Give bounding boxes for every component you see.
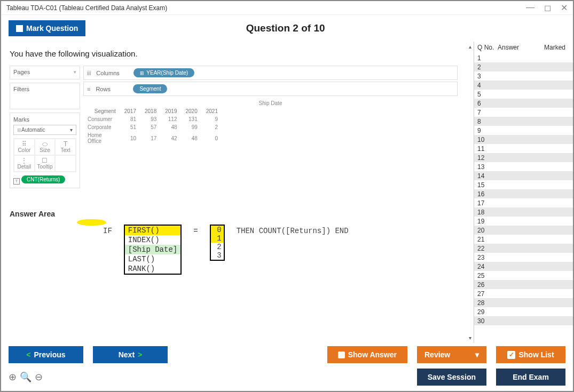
list-item[interactable]: 0: [211, 226, 224, 234]
qlist-row[interactable]: 2: [474, 62, 573, 71]
list-item[interactable]: 1: [211, 234, 224, 243]
rows-pill[interactable]: Segment: [133, 84, 167, 93]
if-keyword: IF: [103, 225, 112, 235]
minimize-icon[interactable]: —: [526, 3, 534, 13]
list-item[interactable]: [Ship Date]: [125, 245, 180, 254]
maximize-icon[interactable]: ◻: [544, 3, 551, 13]
qlist-header-answer: Answer: [498, 44, 535, 51]
qlist-row[interactable]: 12: [474, 153, 573, 162]
formula-tail: THEN COUNT([Returns]) END: [237, 225, 349, 235]
qlist-row[interactable]: 8: [474, 117, 573, 126]
qlist-row[interactable]: 18: [474, 207, 573, 217]
qlist-row[interactable]: 27: [474, 289, 573, 298]
qlist-header-marked: Marked: [535, 44, 570, 51]
scroll-up-icon[interactable]: ▴: [466, 44, 474, 50]
qlist-row[interactable]: 28: [474, 298, 573, 307]
pages-shelf: Pages ▾: [10, 66, 80, 79]
show-answer-button[interactable]: Show Answer: [327, 346, 407, 363]
save-session-button[interactable]: Save Session: [417, 369, 486, 386]
end-exam-button[interactable]: End Exam: [496, 369, 565, 386]
function-dropdown[interactable]: FIRST()INDEX()[Ship Date]LAST()RANK(): [124, 225, 182, 275]
previous-button[interactable]: < Previous: [9, 346, 83, 363]
qlist-row[interactable]: 25: [474, 271, 573, 280]
zoom-out-icon[interactable]: ⊖: [35, 371, 43, 383]
qlist-row[interactable]: 23: [474, 253, 573, 262]
qlist-row[interactable]: 17: [474, 198, 573, 207]
scroll-down-icon[interactable]: ▾: [466, 335, 474, 341]
formula-row: IF FIRST()INDEX()[Ship Date]LAST()RANK()…: [10, 225, 458, 275]
marks-size[interactable]: ⬭Size: [35, 139, 56, 155]
marks-text[interactable]: TText: [55, 139, 76, 155]
qlist-row[interactable]: 22: [474, 244, 573, 253]
qlist-row[interactable]: 16: [474, 189, 573, 198]
chevron-left-icon: <: [26, 350, 30, 359]
question-prompt: You have the following visualization.: [10, 49, 458, 58]
crosstab-view: Ship Date Segment20172018201920202021Con…: [83, 100, 458, 145]
qlist-row[interactable]: 7: [474, 108, 573, 117]
list-item[interactable]: 3: [211, 251, 224, 260]
footer: < Previous Next > Show Answer Review ▾ ✓…: [1, 343, 573, 391]
table-row: Home Office101742480: [83, 131, 222, 145]
question-content: You have the following visualization. Pa…: [1, 42, 466, 343]
checkbox-checked-icon: ✓: [507, 351, 515, 359]
mark-question-label: Mark Question: [26, 24, 78, 33]
next-button[interactable]: Next >: [93, 346, 168, 363]
chevron-down-icon: ▾: [475, 350, 479, 359]
checkbox-icon: [338, 351, 345, 358]
review-button[interactable]: Review ▾: [417, 346, 486, 363]
qlist-row[interactable]: 14: [474, 171, 573, 180]
qlist-row[interactable]: 30: [474, 316, 573, 325]
marks-detail[interactable]: ⋮Detail: [14, 155, 35, 172]
marks-tooltip[interactable]: ☐Tooltip: [35, 155, 56, 172]
qlist-row[interactable]: 1: [474, 53, 573, 62]
chevron-right-icon: >: [138, 350, 142, 359]
qlist-row[interactable]: 11: [474, 144, 573, 153]
qlist-row[interactable]: 19: [474, 217, 573, 226]
list-item[interactable]: RANK(): [125, 264, 180, 274]
cnt-returns-pill[interactable]: T CNT(Returns): [13, 172, 76, 185]
content-scroll[interactable]: ▴ ▾: [466, 42, 474, 343]
qlist-row[interactable]: 29: [474, 307, 573, 316]
qlist-row[interactable]: 13: [474, 162, 573, 171]
marks-color[interactable]: ⠿Color: [14, 139, 35, 155]
qlist-header-qno: Q No.: [477, 44, 498, 51]
question-list-panel: Q No. Answer Marked 12345678910111213141…: [474, 42, 573, 343]
qlist-row[interactable]: 3: [474, 71, 573, 81]
marks-type-dropdown[interactable]: ⊞ Automatic ▾: [13, 125, 76, 135]
mark-question-button[interactable]: Mark Question: [9, 20, 85, 36]
table-row: Consumer81931121319: [83, 115, 222, 123]
list-item[interactable]: INDEX(): [125, 235, 180, 245]
show-list-button[interactable]: ✓ Show List: [496, 346, 565, 363]
qlist-row[interactable]: 21: [474, 235, 573, 244]
chevron-down-icon[interactable]: ▾: [74, 69, 76, 75]
qlist-row[interactable]: 9: [474, 126, 573, 135]
header-row: Mark Question Question 2 of 10: [1, 15, 573, 42]
number-dropdown[interactable]: 0123: [210, 225, 225, 261]
columns-shelf: iii Columns ⊞YEAR(Ship Date): [83, 66, 458, 80]
zoom-in-icon[interactable]: ⊕: [9, 371, 17, 383]
filters-shelf: Filters: [10, 83, 80, 109]
qlist-row[interactable]: 20: [474, 226, 573, 235]
columns-pill[interactable]: ⊞YEAR(Ship Date): [133, 68, 194, 77]
qlist-row[interactable]: 24: [474, 262, 573, 271]
qlist-row[interactable]: 5: [474, 90, 573, 99]
qlist-row[interactable]: 26: [474, 280, 573, 289]
qlist-row[interactable]: 4: [474, 81, 573, 90]
qlist-row[interactable]: 15: [474, 180, 573, 189]
question-title: Question 2 of 10: [85, 22, 485, 34]
zoom-reset-icon[interactable]: 🔍: [20, 371, 32, 383]
checkbox-icon: [16, 25, 23, 32]
list-item[interactable]: 2: [211, 243, 224, 251]
answer-area-label: Answer Area: [10, 210, 458, 218]
qlist-row[interactable]: 6: [474, 99, 573, 108]
equals-sign: =: [193, 225, 198, 235]
list-item[interactable]: FIRST(): [125, 226, 180, 235]
highlight-mark: [77, 219, 106, 226]
table-row: Corporate515748992: [83, 123, 222, 131]
qlist-row[interactable]: 10: [474, 135, 573, 144]
columns-icon: iii: [87, 70, 91, 76]
chevron-down-icon: ▾: [70, 127, 73, 133]
close-icon[interactable]: ✕: [561, 3, 568, 13]
list-item[interactable]: LAST(): [125, 254, 180, 264]
title-bar: Tableau TDA-C01 (Tableau Certified Data …: [1, 1, 573, 15]
